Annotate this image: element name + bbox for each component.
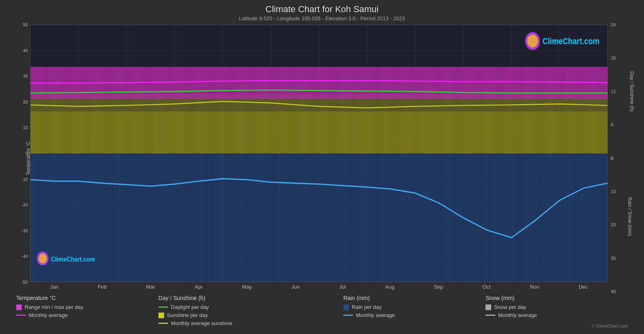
legend-line-daylight bbox=[158, 306, 168, 308]
legend-col-sunshine: Day / Sunshine (h) Daylight per day Suns… bbox=[158, 295, 343, 328]
legend-label-daylight: Daylight per day bbox=[171, 304, 209, 310]
month-dec: Dec bbox=[579, 284, 588, 290]
legend-swatch-rain bbox=[343, 304, 349, 310]
legend-item-temp-range: Range min / max per day bbox=[16, 304, 158, 310]
main-title: Climate Chart for Koh Samui bbox=[8, 4, 636, 15]
legend-label-rain: Rain per day bbox=[352, 304, 382, 310]
month-jul: Jul bbox=[339, 284, 346, 290]
svg-rect-32 bbox=[30, 153, 608, 282]
svg-point-38 bbox=[527, 34, 538, 47]
legend: Temperature °C Range min / max per day M… bbox=[8, 291, 636, 330]
month-nov: Nov bbox=[530, 284, 539, 290]
legend-item-rain: Rain per day bbox=[343, 304, 486, 310]
legend-col2-title: Day / Sunshine (h) bbox=[158, 295, 343, 301]
legend-item-snow-avg: Monthly average bbox=[486, 312, 628, 318]
legend-line-temp-avg bbox=[16, 315, 26, 316]
month-feb: Feb bbox=[98, 284, 107, 290]
title-area: Climate Chart for Koh Samui Latitude 9.5… bbox=[8, 4, 636, 21]
svg-text:ClimeChart.com: ClimeChart.com bbox=[51, 255, 95, 262]
y-axis-left-ticks: 50 40 30 20 10 0 -10 -20 -30 -40 -50 bbox=[9, 25, 29, 282]
legend-label-snow-avg: Monthly average bbox=[498, 312, 537, 318]
month-jan: Jan bbox=[50, 284, 59, 290]
month-mar: Mar bbox=[146, 284, 155, 290]
legend-item-temp-avg: Monthly average bbox=[16, 312, 158, 318]
legend-col-temperature: Temperature °C Range min / max per day M… bbox=[16, 295, 158, 328]
month-jun: Jun bbox=[291, 284, 300, 290]
chart-area: ClimeChart.com ClimeChart.com 50 bbox=[30, 25, 608, 282]
subtitle: Latitude 9.525 - Longitude 100.026 - Ele… bbox=[8, 15, 636, 21]
legend-swatch-sunshine bbox=[158, 313, 164, 318]
legend-line-snow-avg bbox=[486, 315, 495, 316]
page-wrapper: Climate Chart for Koh Samui Latitude 9.5… bbox=[0, 0, 644, 334]
legend-swatch-snow bbox=[486, 304, 491, 310]
y-axis-right-top-label: Day / Sunshine (h) bbox=[629, 71, 635, 112]
legend-col-rain: Rain (mm) Rain per day Monthly average bbox=[343, 295, 486, 328]
legend-item-daylight: Daylight per day bbox=[158, 304, 343, 310]
legend-line-sunshine-avg bbox=[158, 323, 168, 324]
legend-label-sunshine: Sunshine per day bbox=[167, 312, 208, 318]
x-axis: Jan Feb Mar Apr May Jun Jul Aug Sep Oct … bbox=[30, 282, 608, 291]
legend-item-rain-avg: Monthly average bbox=[343, 312, 486, 318]
legend-label-sunshine-avg: Monthly average sunshine bbox=[171, 320, 232, 326]
y-axis-right-bottom-label: Rain / Snow (mm) bbox=[627, 194, 633, 239]
legend-swatch-temp-range bbox=[16, 304, 22, 310]
month-aug: Aug bbox=[385, 284, 395, 290]
month-sep: Sep bbox=[434, 284, 443, 290]
legend-item-sunshine-avg: Monthly average sunshine bbox=[158, 320, 343, 326]
legend-label-temp-range: Range min / max per day bbox=[25, 304, 83, 310]
legend-label-temp-avg: Monthly average bbox=[29, 312, 68, 318]
watermark: © ClimeChart.com bbox=[486, 320, 628, 328]
legend-col-snow: Snow (mm) Snow per day Monthly average ©… bbox=[486, 295, 628, 328]
legend-line-rain-avg bbox=[343, 315, 353, 316]
month-oct: Oct bbox=[482, 284, 490, 290]
month-apr: Apr bbox=[194, 284, 203, 290]
legend-col4-title: Snow (mm) bbox=[486, 295, 628, 301]
month-may: May bbox=[242, 284, 252, 290]
legend-col1-title: Temperature °C bbox=[16, 295, 158, 301]
legend-item-snow: Snow per day bbox=[486, 304, 628, 310]
legend-col3-title: Rain (mm) bbox=[343, 295, 486, 301]
svg-rect-25 bbox=[30, 94, 608, 153]
svg-point-41 bbox=[38, 253, 46, 263]
legend-label-rain-avg: Monthly average bbox=[356, 312, 395, 318]
chart-svg: ClimeChart.com ClimeChart.com bbox=[30, 25, 608, 282]
svg-text:ClimeChart.com: ClimeChart.com bbox=[543, 36, 600, 46]
legend-label-snow: Snow per day bbox=[494, 304, 526, 310]
legend-item-sunshine: Sunshine per day bbox=[158, 312, 343, 318]
